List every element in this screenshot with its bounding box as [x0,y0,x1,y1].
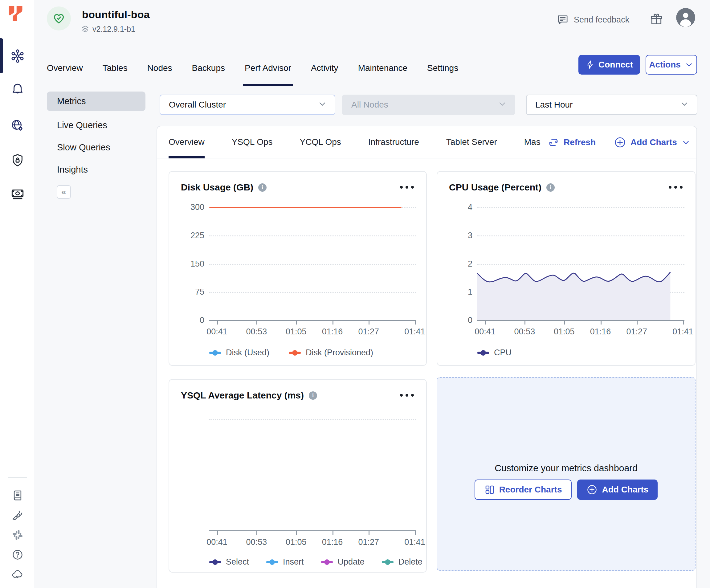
y-tick-label: 0 [443,315,472,325]
info-icon[interactable]: i [546,183,555,192]
legend-item-disk-provisioned-: Disk (Provisioned) [289,348,373,357]
chevron-down-icon [681,138,691,147]
y-tick-label: 0 [175,315,204,325]
docs-book-icon[interactable] [11,489,24,502]
x-axis-tick [332,531,333,535]
x-tick-label: 00:53 [236,538,277,547]
tab-activity[interactable]: Activity [311,52,338,86]
collapse-sidebar-button[interactable]: « [57,185,71,199]
page-title: bountiful-boa [82,9,150,21]
security-shield-lock-icon[interactable] [10,153,25,167]
x-tick-label: 01:05 [276,327,316,336]
connect-button[interactable]: Connect [578,55,640,75]
tab-nodes[interactable]: Nodes [147,52,172,86]
x-axis-tick [524,320,525,325]
sidebar-item-live-queries[interactable]: Live Queries [57,120,107,131]
metrics-tab-mas[interactable]: Mas [524,126,541,158]
tab-settings[interactable]: Settings [427,52,458,86]
metrics-tab-ysql-ops[interactable]: YSQL Ops [232,126,273,158]
x-tick-label: 01:27 [349,538,388,547]
time-range-dropdown[interactable]: Last Hour [526,95,697,115]
cluster-icon[interactable] [10,49,25,63]
cloud-status-icon[interactable] [11,568,24,581]
series-line-disk-provisioned- [209,207,402,208]
chart-menu-button[interactable] [400,186,414,189]
info-icon[interactable]: i [258,183,266,192]
x-axis-tick [600,320,601,325]
x-axis-tick [369,531,370,535]
metrics-tab-overview[interactable]: Overview [169,126,205,158]
chart-menu-button[interactable] [669,186,683,189]
chart-title-row: CPU Usage (Percent) i [449,182,555,193]
legend-item-disk-used-: Disk (Used) [209,348,269,357]
avatar[interactable] [676,8,695,27]
collapse-glyph: « [61,187,66,197]
legend-marker [209,561,221,563]
x-tick-label: 00:41 [465,327,505,336]
sidebar-item-insights[interactable]: Insights [57,165,88,175]
chart-title-row: Disk Usage (GB) i [181,182,266,193]
x-axis-tick [332,320,333,325]
cpu-series-area [477,207,684,320]
x-axis-tick [256,531,257,535]
x-tick-label: 01:16 [312,327,353,336]
help-question-icon[interactable] [11,548,24,561]
send-feedback-button[interactable]: Send feedback [557,14,629,26]
x-axis [209,531,416,531]
legend-item-insert: Insert [266,557,304,567]
billing-cash-icon[interactable] [10,187,25,201]
x-tick-label: 01:27 [349,327,388,336]
tab-overview[interactable]: Overview [47,52,83,86]
refresh-button[interactable]: Refresh [548,134,596,150]
customize-dashboard-panel: Customize your metrics dashboard Reorder… [437,377,695,571]
add-charts-button[interactable]: Add Charts [614,134,691,150]
chart-title: Disk Usage (GB) [181,182,253,193]
add-charts-primary-button[interactable]: Add Charts [577,479,658,500]
tab-backups[interactable]: Backups [192,52,225,86]
info-icon[interactable]: i [309,392,317,400]
customize-heading: Customize your metrics dashboard [437,463,695,473]
integrations-plug-icon[interactable] [11,509,24,521]
tab-perf-advisor[interactable]: Perf Advisor [245,52,291,86]
metrics-tab-infrastructure[interactable]: Infrastructure [368,126,419,158]
metrics-tab-tablet-server[interactable]: Tablet Server [446,126,497,158]
sidebar-item-slow-queries[interactable]: Slow Queries [57,142,110,152]
refresh-label: Refresh [564,137,596,147]
reorder-charts-button[interactable]: Reorder Charts [475,479,572,500]
x-axis-tick [296,320,297,325]
disk-usage-plot [209,207,416,320]
tab-maintenance[interactable]: Maintenance [358,52,407,86]
chart-title: CPU Usage (Percent) [449,182,541,193]
legend-label: Insert [283,557,304,567]
cpu-usage-legend: CPU [477,348,512,357]
metrics-tab-ycql-ops[interactable]: YCQL Ops [300,126,341,158]
x-axis-tick [415,531,416,535]
x-axis-tick [415,320,416,325]
y-tick-label: 300 [175,203,204,212]
sidebar-item-metrics[interactable]: Metrics [47,92,145,111]
scope-value: Overall Cluster [169,100,226,110]
x-axis-tick [485,320,486,325]
tab-tables[interactable]: Tables [103,52,127,86]
slack-icon[interactable] [11,529,24,541]
legend-item-update: Update [321,557,364,567]
network-settings-globe-icon[interactable] [10,119,25,133]
reorder-grid-icon [484,485,495,495]
gridline [209,264,416,265]
x-axis-tick [683,320,684,325]
legend-marker [382,561,394,563]
cpu-usage-chart-card: CPU Usage (Percent) i CPU 4321000:4100:5… [437,171,695,366]
rail-divider [8,477,27,478]
disk-usage-legend: Disk (Used)Disk (Provisioned) [209,348,373,357]
legend-label: Disk (Used) [226,348,269,357]
legend-marker [321,561,333,563]
yugabyte-logo-icon[interactable] [6,4,25,23]
chart-menu-button[interactable] [400,394,414,397]
gift-icon[interactable] [649,12,663,27]
legend-marker [477,352,489,354]
alerts-bell-icon[interactable] [10,81,25,96]
actions-button[interactable]: Actions [646,55,697,75]
legend-label: Select [226,557,249,567]
x-tick-label: 01:41 [663,327,703,336]
scope-dropdown[interactable]: Overall Cluster [160,95,335,115]
